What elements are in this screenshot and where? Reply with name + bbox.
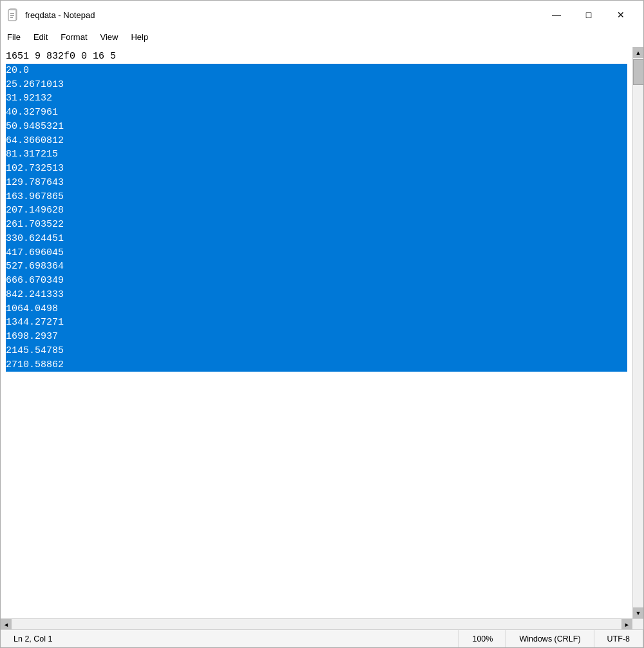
selected-line-17: 842.241333 [6, 288, 627, 302]
line-text-selected-2: 25.2671013 [6, 78, 64, 92]
selected-line-3: 31.92132 [6, 91, 627, 106]
line-text-selected-6: 64.3660812 [6, 134, 64, 148]
title-bar: freqdata - Notepad — □ ✕ [1, 1, 643, 26]
selected-line-14: 417.696045 [6, 246, 627, 260]
line-text-selected-17: 842.241333 [6, 288, 64, 302]
line-text-selected-20: 1698.2937 [6, 330, 58, 344]
selected-line-11: 207.149628 [6, 204, 627, 218]
selected-line-20: 1698.2937 [6, 330, 627, 344]
scroll-thumb[interactable] [633, 59, 644, 85]
notepad-window: freqdata - Notepad — □ ✕ File Edit Forma… [0, 0, 644, 648]
text-editor[interactable]: 1651 9 832f0 0 16 5 20.0 25.2671013 31.9… [1, 47, 632, 618]
status-position: Ln 2, Col 1 [1, 630, 459, 647]
selected-line-21: 2145.54785 [6, 344, 627, 358]
menu-file[interactable]: File [1, 30, 27, 44]
notepad-icon [7, 8, 20, 21]
status-zoom: 100% [459, 630, 506, 647]
horizontal-scrollbar-container: ◄ ► [1, 618, 643, 629]
menu-format[interactable]: Format [54, 30, 93, 44]
line-text-selected-12: 261.703522 [6, 218, 64, 232]
minimize-button[interactable]: — [542, 5, 571, 25]
horizontal-scrollbar-track[interactable] [12, 619, 621, 629]
line-text-selected-13: 330.624451 [6, 232, 64, 246]
line-text-selected-1: 20.0 [6, 64, 29, 78]
maximize-button[interactable]: □ [574, 5, 603, 25]
selected-line-22: 2710.58862 [6, 358, 627, 372]
vertical-scrollbar[interactable]: ▲ ▼ [632, 47, 643, 618]
menu-bar: File Edit Format View Help [1, 26, 643, 47]
selected-line-10: 163.967865 [6, 190, 627, 204]
menu-edit[interactable]: Edit [27, 30, 54, 44]
line-text-selected-3: 31.92132 [6, 91, 52, 106]
selected-line-16: 666.670349 [6, 274, 627, 288]
line-text-selected-18: 1064.0498 [6, 302, 58, 316]
selected-line-6: 64.3660812 [6, 134, 627, 148]
line-text-selected-11: 207.149628 [6, 204, 64, 218]
line-text-1: 1651 9 832f0 0 16 5 [6, 51, 116, 62]
menu-view[interactable]: View [94, 30, 125, 44]
line-text-selected-5: 50.9485321 [6, 120, 64, 134]
scroll-left-button[interactable]: ◄ [1, 619, 12, 630]
menu-help[interactable]: Help [124, 30, 155, 44]
title-controls: — □ ✕ [542, 5, 636, 25]
line-1: 1651 9 832f0 0 16 5 [6, 50, 627, 64]
selected-line-9: 129.787643 [6, 176, 627, 190]
selected-line-5: 50.9485321 [6, 120, 627, 134]
line-text-selected-7: 81.317215 [6, 148, 58, 162]
line-text-selected-16: 666.670349 [6, 274, 64, 288]
line-text-selected-15: 527.698364 [6, 260, 64, 274]
line-text-selected-22: 2710.58862 [6, 358, 64, 372]
selected-line-13: 330.624451 [6, 232, 627, 246]
selected-line-19: 1344.27271 [6, 316, 627, 330]
scrollbar-corner [632, 619, 643, 630]
selected-line-1: 20.0 [6, 64, 627, 78]
line-text-selected-21: 2145.54785 [6, 344, 64, 358]
line-text-selected-14: 417.696045 [6, 246, 64, 260]
line-text-selected-10: 163.967865 [6, 190, 64, 204]
svg-rect-2 [10, 8, 15, 10]
scroll-up-button[interactable]: ▲ [633, 47, 644, 58]
status-encoding: UTF-8 [594, 630, 643, 647]
selected-line-18: 1064.0498 [6, 302, 627, 316]
line-text-selected-8: 102.732513 [6, 162, 64, 176]
selected-line-7: 81.317215 [6, 148, 627, 162]
line-text-selected-4: 40.327961 [6, 106, 58, 120]
scroll-down-button[interactable]: ▼ [633, 607, 644, 618]
selected-line-2: 25.2671013 [6, 78, 627, 92]
content-area: 1651 9 832f0 0 16 5 20.0 25.2671013 31.9… [1, 47, 643, 618]
title-left: freqdata - Notepad [7, 8, 95, 21]
line-text-selected-9: 129.787643 [6, 176, 64, 190]
scroll-right-button[interactable]: ► [621, 619, 632, 630]
window-title: freqdata - Notepad [25, 10, 95, 20]
line-text-selected-19: 1344.27271 [6, 316, 64, 330]
selected-line-8: 102.732513 [6, 162, 627, 176]
selected-line-4: 40.327961 [6, 106, 627, 120]
status-bar: Ln 2, Col 1 100% Windows (CRLF) UTF-8 [1, 629, 643, 647]
close-button[interactable]: ✕ [606, 5, 636, 25]
selected-line-12: 261.703522 [6, 218, 627, 232]
status-line-ending: Windows (CRLF) [506, 630, 594, 647]
selected-line-15: 527.698364 [6, 260, 627, 274]
